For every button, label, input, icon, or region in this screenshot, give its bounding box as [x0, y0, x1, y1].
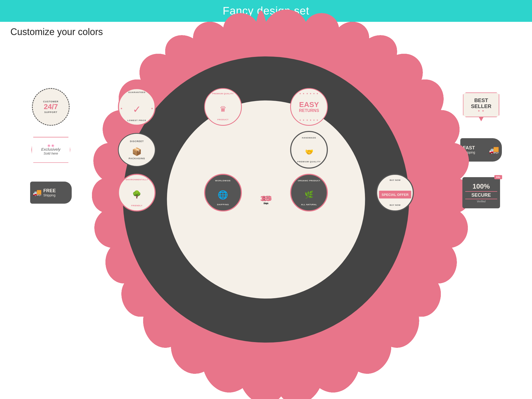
crown-icon: ♛	[220, 104, 227, 114]
exclusively-label: Exclusively	[41, 147, 61, 151]
returns-label: RETURNS	[299, 108, 319, 113]
buy-now-bottom-label: BUY NOW	[390, 204, 401, 206]
ssl-badge: SSL	[494, 175, 502, 179]
handmade-label: HANDMADE	[302, 137, 316, 139]
easy-label: EASY	[299, 101, 319, 108]
buy-now-top-label: BUY NOW	[390, 179, 401, 181]
globe-icon: 🌐	[218, 190, 228, 200]
best-label: BEST	[474, 97, 488, 103]
guaranteed-label: GUARANTEED	[128, 91, 145, 94]
secure-100-label: 100%	[473, 182, 490, 190]
friendly-label: FRIENDLY	[131, 204, 142, 207]
organic-tree-icon: 🌿	[304, 190, 314, 199]
secure-label: SECURE	[471, 192, 491, 198]
lowest-price-label: LOWEST PRICE	[128, 119, 147, 122]
organic-label: ORGANIC PRODUCT	[298, 179, 320, 182]
worldwide-shipping-label: SHIPPING	[217, 203, 229, 206]
discreet-label: DISCREET	[130, 140, 144, 143]
divider	[465, 191, 497, 192]
premium-label: PREMIUM QUALITY	[212, 92, 234, 95]
badges-grid: MONEY BACK 15 Days GUARANTEE MONEY BACK …	[0, 40, 532, 222]
sold-here-label: Sold here	[44, 151, 58, 155]
seller-label: SELLER	[471, 103, 491, 109]
tree-icon: 🌳	[132, 190, 141, 199]
premium-quality-label: PREMIUM QUALITY	[297, 161, 321, 163]
product-label: PRODUCT	[217, 118, 229, 121]
divider2	[465, 199, 497, 199]
worldwide-label: WORLDWIDE	[215, 179, 231, 182]
checkmark-icon: ✓	[133, 104, 141, 115]
hand-icon: 🤝	[305, 148, 313, 156]
all-natural-label: ALL NATURAL	[301, 203, 317, 206]
special-offer-label: SPECIAL OFFER	[382, 193, 409, 197]
badge-365-days: MONEY BACK 365 Days GUARANTEE	[441, 45, 522, 83]
packaging-label: PACKAGING	[129, 157, 145, 160]
verified-secure-label: Verified	[477, 200, 486, 203]
environmentally-label: ENVIRONMENTALLY	[126, 178, 148, 181]
box-icon: 📦	[132, 147, 142, 156]
